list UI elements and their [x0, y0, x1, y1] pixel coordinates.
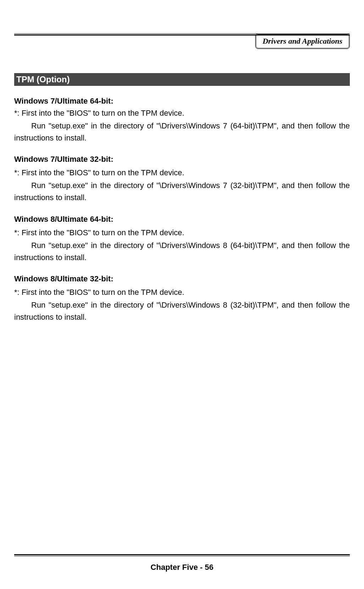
os-block-1: Windows 7/Ultimate 32-bit: *: First into…: [14, 155, 350, 204]
os-run-instruction: Run "setup.exe" in the directory of "\Dr…: [14, 180, 350, 204]
page-footer: Chapter Five - 56: [14, 554, 350, 572]
os-run-text: Run "setup.exe" in the directory of "\Dr…: [14, 181, 350, 202]
os-title: Windows 8/Ultimate 32-bit:: [14, 274, 350, 284]
os-block-3: Windows 8/Ultimate 32-bit: *: First into…: [14, 274, 350, 323]
os-bios-note: *: First into the "BIOS" to turn on the …: [14, 227, 350, 239]
page-header: Drivers and Applications: [14, 33, 350, 58]
os-block-2: Windows 8/Ultimate 64-bit: *: First into…: [14, 215, 350, 264]
os-title: Windows 7/Ultimate 32-bit:: [14, 155, 350, 164]
os-bios-note: *: First into the "BIOS" to turn on the …: [14, 286, 350, 298]
os-title: Windows 8/Ultimate 64-bit:: [14, 215, 350, 224]
os-title: Windows 7/Ultimate 64-bit:: [14, 97, 350, 106]
os-bios-note: *: First into the "BIOS" to turn on the …: [14, 167, 350, 179]
header-badge: Drivers and Applications: [255, 33, 350, 49]
footer-rule: [14, 554, 350, 556]
os-run-instruction: Run "setup.exe" in the directory of "\Dr…: [14, 240, 350, 264]
section-title: TPM (Option): [14, 73, 350, 86]
footer-text: Chapter Five - 56: [14, 563, 350, 572]
os-block-0: Windows 7/Ultimate 64-bit: *: First into…: [14, 97, 350, 144]
os-run-text: Run "setup.exe" in the directory of "\Dr…: [14, 241, 350, 262]
os-run-text: Run "setup.exe" in the directory of "\Dr…: [14, 121, 350, 142]
os-bios-note: *: First into the "BIOS" to turn on the …: [14, 107, 350, 119]
document-page: Drivers and Applications TPM (Option) Wi…: [0, 0, 364, 589]
os-run-instruction: Run "setup.exe" in the directory of "\Dr…: [14, 299, 350, 323]
os-run-instruction: Run "setup.exe" in the directory of "\Dr…: [14, 120, 350, 144]
os-run-text: Run "setup.exe" in the directory of "\Dr…: [14, 301, 350, 321]
